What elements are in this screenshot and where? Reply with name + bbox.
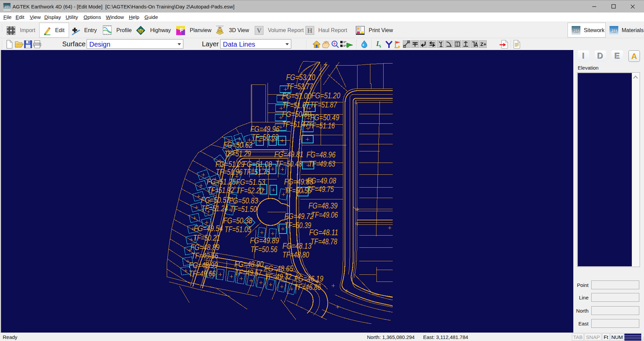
svg-text:4D: 4D bbox=[4, 4, 10, 9]
svg-text:TF=49.66: TF=49.66 bbox=[189, 269, 215, 278]
svg-text:FG=50.62: FG=50.62 bbox=[223, 141, 252, 149]
svg-text:TF=52.20: TF=52.20 bbox=[236, 186, 263, 195]
svg-text:FG=49.72: FG=49.72 bbox=[284, 212, 314, 221]
svg-text:FG=53.10: FG=53.10 bbox=[286, 73, 315, 82]
svg-text:FG=48.39: FG=48.39 bbox=[308, 201, 338, 210]
svg-text:FG=50.57: FG=50.57 bbox=[201, 196, 230, 204]
svg-text:TF=51.05: TF=51.05 bbox=[225, 225, 251, 234]
svg-text:FG=51.53: FG=51.53 bbox=[236, 178, 265, 187]
svg-text:TF=49.75: TF=49.75 bbox=[307, 185, 334, 194]
svg-text:V: V bbox=[257, 27, 261, 34]
svg-text:4D: 4D bbox=[611, 28, 617, 33]
svg-text:Z+: Z+ bbox=[480, 41, 486, 47]
svg-text:TF=51.47: TF=51.47 bbox=[282, 120, 309, 129]
svg-text:TF=51.96: TF=51.96 bbox=[216, 168, 243, 176]
svg-text:FG=49.08: FG=49.08 bbox=[307, 176, 336, 185]
svg-text:TF=51.87: TF=51.87 bbox=[310, 100, 337, 109]
svg-text:FG=50.49: FG=50.49 bbox=[310, 113, 339, 122]
svg-text:FG=50.38: FG=50.38 bbox=[223, 216, 252, 225]
svg-text:FG=48.90: FG=48.90 bbox=[234, 260, 263, 269]
svg-text:FG=46.19: FG=46.19 bbox=[294, 274, 323, 283]
svg-text:s: s bbox=[380, 44, 381, 48]
svg-text:TF=51.24: TF=51.24 bbox=[201, 204, 228, 213]
svg-text:FG=49.54: FG=49.54 bbox=[194, 224, 223, 233]
svg-text:TF=51.67: TF=51.67 bbox=[282, 101, 309, 110]
svg-text:4D: 4D bbox=[573, 28, 579, 33]
svg-text:FG=48.13: FG=48.13 bbox=[282, 242, 312, 250]
svg-text:TF=49.63: TF=49.63 bbox=[308, 160, 335, 168]
svg-text:TF=51.50: TF=51.50 bbox=[230, 205, 257, 214]
svg-text:TF=49.06: TF=49.06 bbox=[311, 211, 338, 219]
svg-text:TF=46.86: TF=46.86 bbox=[294, 283, 321, 292]
svg-text:FG=50.83: FG=50.83 bbox=[229, 196, 258, 205]
svg-text:TF=51.92: TF=51.92 bbox=[207, 186, 234, 195]
svg-text:TF=50.63: TF=50.63 bbox=[252, 133, 278, 142]
svg-text:TF=53.77: TF=53.77 bbox=[286, 82, 313, 91]
svg-text:TF=50.48: TF=50.48 bbox=[275, 160, 302, 168]
svg-text:H: H bbox=[307, 27, 313, 34]
svg-text:FG=49.81: FG=49.81 bbox=[274, 150, 303, 159]
svg-text:FG=49.96: FG=49.96 bbox=[250, 125, 279, 133]
svg-text:TF=50.56: TF=50.56 bbox=[251, 245, 277, 254]
svg-text:FG=51.00: FG=51.00 bbox=[282, 92, 311, 100]
svg-text:TF=49.57: TF=49.57 bbox=[235, 268, 262, 277]
svg-text:TF=48.78: TF=48.78 bbox=[310, 237, 337, 246]
svg-text:FG=48.99: FG=48.99 bbox=[189, 261, 218, 270]
svg-text:FG=48.89: FG=48.89 bbox=[190, 243, 220, 252]
svg-text:FG=50.80: FG=50.80 bbox=[282, 110, 311, 119]
svg-text:FG=49.89: FG=49.89 bbox=[250, 236, 279, 245]
svg-text:TF=49.32: TF=49.32 bbox=[265, 272, 292, 281]
svg-text:TF=49.56: TF=49.56 bbox=[191, 251, 218, 260]
svg-text:FG=48.96: FG=48.96 bbox=[306, 150, 336, 159]
svg-text:TF=50.21: TF=50.21 bbox=[193, 234, 220, 242]
svg-text:FG=51.20: FG=51.20 bbox=[311, 91, 340, 100]
svg-text:TF=48.80: TF=48.80 bbox=[282, 250, 309, 259]
svg-text:F: F bbox=[180, 27, 183, 33]
svg-text:FG=48.11: FG=48.11 bbox=[309, 228, 338, 237]
svg-text:TF=50.39: TF=50.39 bbox=[284, 221, 311, 230]
svg-text:TF=51.75: TF=51.75 bbox=[243, 168, 270, 176]
svg-text:TF=51.16: TF=51.16 bbox=[308, 121, 335, 130]
svg-text:FG=51.25: FG=51.25 bbox=[207, 177, 236, 186]
svg-text:FG=48.65: FG=48.65 bbox=[264, 264, 293, 273]
svg-text:TF=51.29: TF=51.29 bbox=[224, 149, 251, 158]
